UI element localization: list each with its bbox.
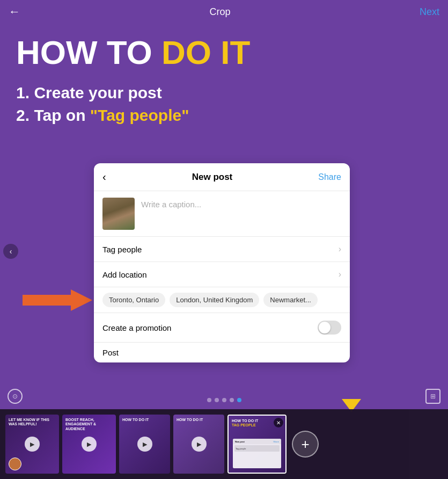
caption-row: Write a caption...	[94, 191, 350, 237]
steps-section: 1. Create your post 2. Tap on "Tag peopl…	[0, 76, 448, 135]
svg-marker-0	[23, 289, 92, 311]
thumb-4-text: HOW TO DO ITTag people	[232, 419, 258, 428]
step-1-text: Create your post	[34, 84, 161, 101]
add-location-label: Add location	[102, 270, 147, 279]
dot-2[interactable]	[222, 398, 226, 402]
title-section: HOW TO DO IT	[0, 24, 448, 76]
arrow-indicator	[23, 287, 92, 314]
tag-people-label: Tag people	[102, 245, 142, 254]
thumbnail-0[interactable]: LET ME KNOW IF THISWAS HELPFUL! ▶	[5, 415, 59, 474]
main-content: HOW TO DO IT 1. Create your post 2. Tap …	[0, 24, 448, 479]
thumbnail-4-active[interactable]: HOW TO DO ITTag people New post Share Ta…	[227, 415, 287, 474]
location-chip-0[interactable]: Toronto, Ontario	[102, 293, 165, 307]
thumb-2-play-icon[interactable]: ▶	[137, 437, 152, 452]
thumb-3-play-icon[interactable]: ▶	[192, 437, 207, 452]
step-1-number: 1.	[16, 84, 30, 101]
thumb-0-avatar	[9, 458, 21, 470]
how-to-title: HOW TO DO IT	[16, 34, 432, 71]
add-location-row[interactable]: Add location ›	[94, 262, 350, 287]
caption-input[interactable]: Write a caption...	[141, 198, 201, 209]
location-chip-2[interactable]: Newmarket...	[263, 293, 318, 307]
post-settings-label: Post	[102, 348, 119, 357]
new-post-title: New post	[192, 172, 233, 183]
top-bar: ← Crop Next	[0, 0, 448, 24]
post-settings-row[interactable]: Post	[94, 343, 350, 362]
arrow-svg	[23, 287, 92, 314]
thumb-1-text: BOOST REACH,ENGAGEMENT &AUDIENCE	[65, 418, 96, 431]
back-button[interactable]: ←	[9, 5, 20, 19]
add-media-button[interactable]: +	[292, 431, 319, 458]
how-to-white: HOW TO	[16, 34, 161, 71]
slide-nav-left-button[interactable]: ‹	[3, 244, 18, 259]
step-1: 1. Create your post	[16, 82, 432, 104]
dot-3[interactable]	[230, 398, 234, 402]
dot-1[interactable]	[215, 398, 219, 402]
page-title: Crop	[209, 6, 230, 18]
tag-people-chevron-icon: ›	[339, 244, 341, 254]
thumbnail-3[interactable]: HOW TO DO IT ▶	[173, 415, 224, 474]
next-button[interactable]: Next	[420, 6, 439, 18]
tag-people-row[interactable]: Tag people ›	[94, 237, 350, 262]
thumb-0-text: LET ME KNOW IF THISWAS HELPFUL!	[9, 418, 49, 427]
add-location-chevron-icon: ›	[339, 270, 341, 279]
dot-0[interactable]	[207, 398, 211, 402]
thumbnail-2[interactable]: HOW TO DO IT ▶	[119, 415, 170, 474]
thumbnail-1[interactable]: BOOST REACH,ENGAGEMENT &AUDIENCE ▶	[62, 415, 116, 474]
step-2: 2. Tap on "Tag people"	[16, 104, 432, 127]
bottom-right-icon[interactable]: ⊞	[425, 389, 440, 404]
phone-card: ‹ New post Share Write a caption... Tag …	[94, 163, 350, 362]
step-2-number: 2.	[16, 106, 30, 124]
expand-icon: ⊙	[12, 393, 18, 400]
step-2-before: Tap on	[34, 106, 90, 124]
thumb-4-close-icon[interactable]: ✕	[274, 418, 283, 427]
create-promotion-row: Create a promotion	[94, 313, 350, 343]
promotion-toggle[interactable]	[318, 321, 341, 335]
create-promotion-label: Create a promotion	[102, 323, 171, 332]
bottom-panel: LET ME KNOW IF THISWAS HELPFUL! ▶ BOOST …	[0, 409, 448, 479]
bottom-left-icon[interactable]: ⊙	[8, 389, 23, 404]
dots-row	[207, 398, 241, 402]
new-post-header: ‹ New post Share	[94, 163, 350, 191]
location-chip-1[interactable]: London, United Kingdom	[170, 293, 259, 307]
do-it-yellow: DO IT	[161, 34, 250, 71]
new-post-back-button[interactable]: ‹	[102, 171, 106, 183]
step-2-highlight: "Tag people"	[90, 106, 189, 124]
share-button[interactable]: Share	[318, 172, 341, 182]
horse-image	[102, 198, 135, 230]
grid-icon: ⊞	[430, 393, 436, 400]
thumb-3-text: HOW TO DO IT	[177, 418, 203, 422]
dot-4-active[interactable]	[237, 398, 241, 402]
thumb-0-play-icon[interactable]: ▶	[25, 437, 40, 452]
location-chips: Toronto, Ontario London, United Kingdom …	[94, 287, 350, 313]
thumb-2-text: HOW TO DO IT	[122, 418, 149, 422]
thumb-1-play-icon[interactable]: ▶	[82, 437, 97, 452]
toggle-knob	[319, 322, 331, 333]
image-thumbnail	[102, 198, 135, 230]
